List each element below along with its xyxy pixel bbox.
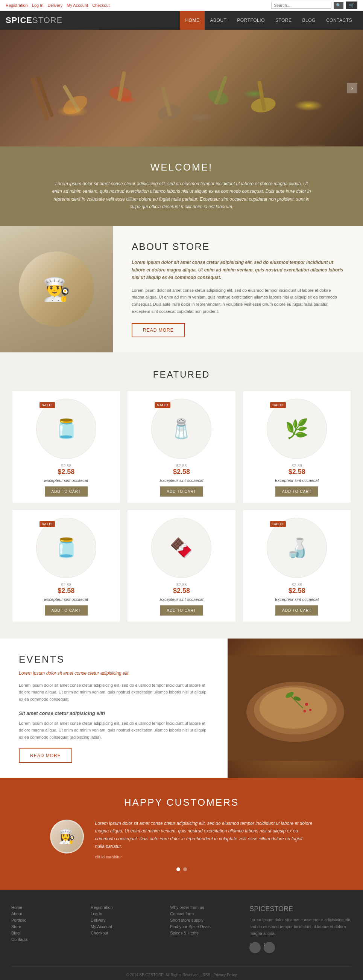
product-icon: 🍶 xyxy=(285,537,309,559)
copyright-text: © 2014 SPICESTORE. All Rights Reserved. … xyxy=(126,973,236,977)
topbar-login-link[interactable]: Log In xyxy=(32,3,44,8)
add-to-cart-button[interactable]: ADD TO CART xyxy=(275,487,318,496)
welcome-section: WELCOME! Lorem ipsum dolor sit amet cons… xyxy=(0,146,363,226)
events-content: EVENTS Lorem ipsum dolor sit amet conse … xyxy=(0,638,228,778)
topbar-registration-link[interactable]: Registration xyxy=(6,3,28,8)
product-image-wrap: SALE! 🧂 xyxy=(151,399,211,459)
footer-link-spicesherbs[interactable]: Spices & Herbs xyxy=(170,931,238,935)
product-price-new: $2.58 xyxy=(243,468,351,476)
footer-grid: Home About Portfolio Store Blog Contacts… xyxy=(11,905,352,955)
about-read-more-button[interactable]: READ MORE xyxy=(132,323,185,337)
product-price-new: $2.58 xyxy=(243,587,351,595)
products-grid: SALE! 🫙 $2.88 $2.58 Excepteur sint occae… xyxy=(13,391,351,622)
nav-home[interactable]: HOME xyxy=(180,11,204,30)
customers-section: HAPPY CUSTOMERS 👩‍🍳 Lorem ipsum dolor si… xyxy=(0,778,363,890)
footer-link-store[interactable]: Store xyxy=(11,924,79,929)
logo-spice: SPICE xyxy=(6,16,32,25)
product-price-old: $2.88 xyxy=(127,582,236,587)
product-name: Excepteur sint occaecat xyxy=(243,597,351,601)
product-card: SALE! 🫙 $2.88 $2.58 Excepteur sint occae… xyxy=(13,510,120,622)
product-icon: 🫙 xyxy=(54,537,78,559)
product-price-old: $2.88 xyxy=(127,463,236,468)
footer-link-blog[interactable]: Blog xyxy=(11,931,79,935)
footer-link-contactform[interactable]: Contact form xyxy=(170,912,238,916)
footer-link-whyorder[interactable]: Why order from us xyxy=(170,905,238,910)
search-button[interactable]: 🔍 xyxy=(334,2,344,9)
product-icon: 🫙 xyxy=(54,418,78,440)
footer-link-spicedeals[interactable]: Find your Spice Deals xyxy=(170,924,238,929)
product-price-old: $2.88 xyxy=(13,582,120,587)
product-price-old: $2.88 xyxy=(243,463,351,468)
footer-link-delivery[interactable]: Delivery xyxy=(91,918,159,923)
about-title: ABOUT STORE xyxy=(132,241,344,253)
about-image: 👨‍🍳 xyxy=(0,226,113,353)
footer-col-brand: SPICESTORE Lorem ipsum dolor sit amet co… xyxy=(249,905,352,955)
svg-point-19 xyxy=(305,703,308,706)
social-icons: f t xyxy=(249,942,352,955)
about-intro: Lorem ipsum dolor sit amet conse ctetur … xyxy=(132,259,344,282)
product-price-old: $2.88 xyxy=(13,463,120,468)
top-bar-right: 🔍 🛒 xyxy=(271,2,357,9)
product-card: SALE! 🌿 $2.88 $2.58 Excepteur sint occae… xyxy=(243,391,351,503)
welcome-title: WELCOME! xyxy=(30,162,333,173)
add-to-cart-button[interactable]: ADD TO CART xyxy=(160,605,203,616)
footer-desc: Lorem ipsum dolor sit amet conse ctetur … xyxy=(249,917,352,937)
footer-link-login[interactable]: Log In xyxy=(91,912,159,916)
nav-store[interactable]: STORE xyxy=(270,11,297,30)
slider-dot-2[interactable] xyxy=(183,867,187,871)
search-input[interactable] xyxy=(271,2,331,9)
food-svg xyxy=(228,638,363,778)
footer-link-storesupply[interactable]: Short store supply xyxy=(170,918,238,923)
nav-about[interactable]: ABOUT xyxy=(204,11,232,30)
topbar-myaccount-link[interactable]: My Account xyxy=(67,3,88,8)
nav-portfolio[interactable]: PORTFOLIO xyxy=(232,11,270,30)
add-to-cart-button[interactable]: ADD TO CART xyxy=(45,605,88,616)
featured-section: FEATURED SALE! 🫙 $2.88 $2.58 Excepteur s… xyxy=(0,352,363,638)
product-card: SALE! 🧂 $2.88 $2.58 Excepteur sint occae… xyxy=(127,391,236,503)
add-to-cart-button[interactable]: ADD TO CART xyxy=(160,487,203,496)
product-icon: 🌿 xyxy=(285,418,309,440)
product-card: 🍫 $2.88 $2.58 Excepteur sint occaecat AD… xyxy=(127,510,236,622)
sale-badge: SALE! xyxy=(270,521,286,527)
nav-blog[interactable]: BLOG xyxy=(297,11,321,30)
footer-link-checkout[interactable]: Checkout xyxy=(91,931,159,935)
sale-badge: SALE! xyxy=(40,521,55,527)
footer-link-myaccount[interactable]: My Account xyxy=(91,924,159,929)
footer-link-portfolio[interactable]: Portfolio xyxy=(11,918,79,923)
product-name: Excepteur sint occaecat xyxy=(127,478,236,483)
chef-visual: 👨‍🍳 xyxy=(0,226,113,353)
logo-store: STORE xyxy=(32,16,62,25)
add-to-cart-button[interactable]: ADD TO CART xyxy=(275,605,318,616)
site-logo: SPICESTORE xyxy=(6,11,62,30)
events-read-more-button[interactable]: READ MORE xyxy=(19,748,72,763)
customer-avatar: 👩‍🍳 xyxy=(50,819,84,853)
footer-link-registration[interactable]: Registration xyxy=(91,905,159,910)
footer: Home About Portfolio Store Blog Contacts… xyxy=(0,890,363,980)
nav-contacts[interactable]: CONTACTS xyxy=(321,11,357,30)
top-bar: Registration Log In Delivery My Account … xyxy=(0,0,363,11)
slider-dot-1[interactable] xyxy=(176,867,180,871)
product-icon: 🧂 xyxy=(170,418,193,440)
footer-logo-store: STORE xyxy=(270,905,293,913)
twitter-button[interactable]: t xyxy=(264,942,275,953)
product-image-wrap: SALE! 🫙 xyxy=(36,399,96,459)
add-to-cart-button[interactable]: ADD TO CART xyxy=(45,487,88,496)
product-image-wrap: 🍫 xyxy=(151,518,211,578)
sale-badge: SALE! xyxy=(155,402,170,408)
footer-link-about[interactable]: About xyxy=(11,912,79,916)
topbar-delivery-link[interactable]: Delivery xyxy=(48,3,62,8)
topbar-checkout-link[interactable]: Checkout xyxy=(92,3,109,8)
footer-link-contacts[interactable]: Contacts xyxy=(11,937,79,942)
footer-link-home[interactable]: Home xyxy=(11,905,79,910)
hero-next-button[interactable]: › xyxy=(347,83,357,93)
cart-icon[interactable]: 🛒 xyxy=(346,2,357,9)
featured-title: FEATURED xyxy=(11,369,352,380)
facebook-button[interactable]: f xyxy=(249,942,261,953)
footer-bottom: © 2014 SPICESTORE. All Rights Reserved. … xyxy=(11,966,352,977)
food-visual xyxy=(228,638,363,778)
slider-dots xyxy=(30,867,333,871)
events-title: EVENTS xyxy=(19,654,209,665)
sale-badge: SALE! xyxy=(270,402,286,408)
testimonial-author: elit id curabitur xyxy=(95,854,122,859)
product-name: Excepteur sint occaecat xyxy=(13,478,120,483)
